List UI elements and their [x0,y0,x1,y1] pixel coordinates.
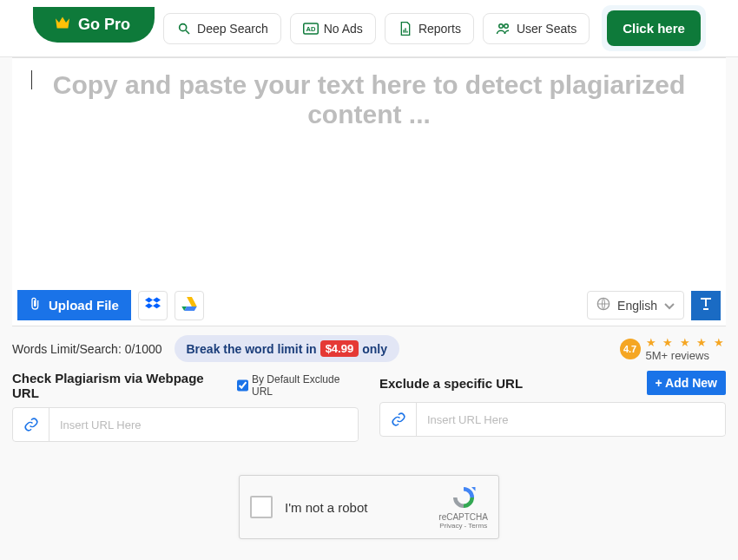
svg-point-7 [499,23,504,28]
recaptcha-checkbox[interactable] [250,496,273,518]
price-badge: $4.99 [320,340,359,357]
link-icon [13,408,49,441]
svg-line-1 [186,30,189,34]
deep-search-button[interactable]: Deep Search [163,13,281,44]
check-url-input-group [12,407,359,442]
language-selector[interactable]: English [587,291,684,320]
exclude-url-input[interactable] [417,405,725,435]
recaptcha-widget: I'm not a robot reCAPTCHA Privacy - Term… [239,475,499,539]
format-button[interactable] [691,291,721,320]
no-ads-label: No Ads [324,22,363,36]
no-ads-icon: AD [303,21,319,36]
user-seats-label: User Seats [517,22,577,36]
users-icon [496,21,511,36]
exclude-url-title: Exclude a specific URL [379,376,523,391]
recaptcha-logo: reCAPTCHA Privacy - Terms [438,484,488,530]
deep-search-label: Deep Search [197,22,268,36]
svg-point-0 [180,23,187,30]
globe-icon [596,297,610,313]
upload-file-button[interactable]: Upload File [17,290,131,320]
break-limit-pill[interactable]: Break the word limit in $4.99 only [175,335,399,362]
top-nav-bar: Go Pro Deep Search AD No Ads Reports Use… [0,0,738,57]
attachment-icon [30,297,42,313]
google-drive-icon [181,297,197,314]
link-icon [380,403,417,436]
click-here-wrapper: Click here [602,5,706,51]
add-new-button[interactable]: + Add New [647,371,726,395]
break-limit-prefix: Break the word limit in [187,342,317,356]
exclude-default-label: By Default Exclude URL [252,373,359,398]
search-icon [176,21,192,36]
crown-icon [54,16,71,34]
go-pro-label: Go Pro [78,16,130,34]
dropbox-button[interactable] [138,291,168,320]
text-caret [31,70,32,89]
user-seats-button[interactable]: User Seats [483,13,590,44]
review-block: 4.7 ★ ★ ★ ★ ★ 5M+ reviews [620,336,726,362]
svg-rect-4 [403,30,404,32]
break-limit-suffix: only [362,342,387,356]
recaptcha-label: I'm not a robot [285,500,426,515]
exclude-url-column: Exclude a specific URL + Add New [379,371,726,442]
editor-toolbar: Upload File English [12,285,726,326]
words-limit-text: Words Limit/Search: 0/1000 [12,342,162,356]
review-count-text: 5M+ reviews [646,349,726,362]
google-drive-button[interactable] [175,291,204,320]
reports-label: Reports [418,22,461,36]
recaptcha-brand-text: reCAPTCHA [438,512,488,522]
upload-file-label: Upload File [49,298,119,313]
text-format-icon [698,296,714,315]
no-ads-button[interactable]: AD No Ads [290,13,376,44]
chevron-down-icon [664,299,675,313]
editor-container: Upload File English [12,57,726,326]
exclude-default-checkbox-input[interactable] [237,379,248,392]
svg-point-8 [504,23,509,28]
rating-badge: 4.7 [620,339,641,359]
check-url-title: Check Plagiarism via Webpage URL [12,371,225,400]
recaptcha-legal-text: Privacy - Terms [439,522,487,530]
dropbox-icon [145,297,161,314]
check-url-input[interactable] [49,410,358,440]
check-url-column: Check Plagiarism via Webpage URL By Defa… [12,371,359,442]
stats-row: Words Limit/Search: 0/1000 Break the wor… [0,326,738,367]
url-section: Check Plagiarism via Webpage URL By Defa… [0,367,738,451]
exclude-default-checkbox[interactable]: By Default Exclude URL [237,373,359,398]
star-rating-icon: ★ ★ ★ ★ ★ [646,336,726,349]
captcha-container: I'm not a robot reCAPTCHA Privacy - Term… [0,451,738,539]
report-icon [398,21,413,36]
svg-rect-6 [406,30,407,32]
svg-marker-10 [471,487,476,491]
click-here-button[interactable]: Click here [607,10,701,46]
go-pro-badge[interactable]: Go Pro [33,7,155,43]
recaptcha-icon [451,484,477,511]
svg-rect-5 [405,28,405,32]
svg-text:AD: AD [306,25,315,33]
language-label: English [617,299,657,313]
exclude-url-input-group [379,402,726,437]
reports-button[interactable]: Reports [385,13,474,44]
